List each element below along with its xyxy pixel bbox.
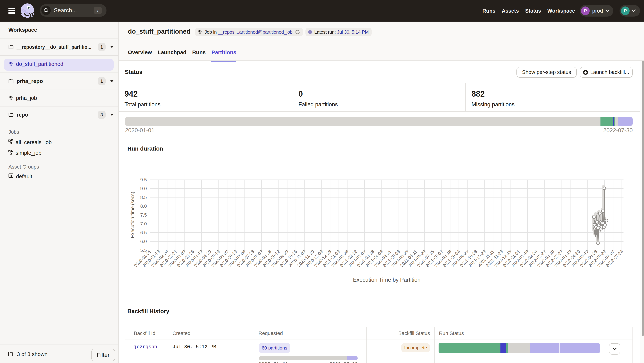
svg-text:6.0: 6.0 (140, 239, 147, 244)
svg-text:Execution time (secs): Execution time (secs) (130, 192, 135, 238)
svg-text:8.5: 8.5 (140, 195, 147, 200)
svg-text:9.5: 9.5 (140, 177, 147, 182)
svg-text:7.5: 7.5 (140, 212, 147, 218)
svg-text:Execution Time by Partition: Execution Time by Partition (353, 277, 420, 283)
svg-text:6.5: 6.5 (140, 230, 147, 235)
svg-text:9.0: 9.0 (140, 186, 147, 191)
svg-text:8.0: 8.0 (140, 204, 147, 209)
svg-text:7.0: 7.0 (140, 221, 147, 226)
